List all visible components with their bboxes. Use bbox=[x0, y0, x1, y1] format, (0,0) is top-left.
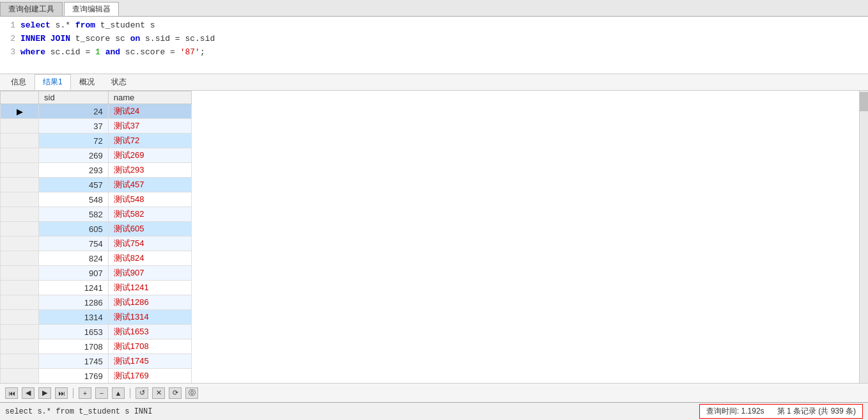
sql-content-2: INNER JOIN t_score sc on s.sid = sc.sid bbox=[20, 33, 215, 46]
table-row[interactable]: 1745测试1745 bbox=[1, 354, 192, 369]
cell-name: 测试1708 bbox=[108, 339, 191, 354]
table-row[interactable]: 72测试72 bbox=[1, 134, 192, 148]
btn-up[interactable]: ▲ bbox=[112, 387, 125, 399]
btn-zero[interactable]: ⓪ bbox=[185, 387, 198, 399]
btn-next[interactable]: ▶ bbox=[38, 387, 51, 399]
cell-sid: 24 bbox=[39, 104, 109, 119]
cell-name: 测试293 bbox=[108, 163, 191, 178]
table-row[interactable]: 548测试548 bbox=[1, 192, 192, 207]
btn-undo[interactable]: ↺ bbox=[136, 387, 148, 399]
row-indicator-cell bbox=[1, 266, 39, 281]
status-right-info: 查询时间: 1.192s 第 1 条记录 (共 939 条) bbox=[699, 404, 863, 419]
cell-sid: 1653 bbox=[39, 325, 109, 339]
row-indicator-cell bbox=[1, 222, 39, 237]
table-row[interactable]: 1314测试1314 bbox=[1, 310, 192, 325]
sql-line-3: 3 where sc.cid = 1 and sc.score = '87'; bbox=[5, 46, 863, 59]
table-row[interactable]: 824测试824 bbox=[1, 251, 192, 266]
row-indicator-cell bbox=[1, 134, 39, 148]
sql-line-2: 2 INNER JOIN t_score sc on s.sid = sc.si… bbox=[5, 33, 863, 46]
data-table-container[interactable]: sid name ▶24测试2437测试3772测试72269测试269293测… bbox=[0, 91, 868, 383]
row-indicator-header bbox=[1, 91, 39, 104]
data-table: sid name ▶24测试2437测试3772测试72269测试269293测… bbox=[0, 91, 192, 383]
cell-name: 测试907 bbox=[108, 266, 191, 281]
table-row[interactable]: 37测试37 bbox=[1, 119, 192, 134]
cell-name: 测试1745 bbox=[108, 354, 191, 369]
tab-info[interactable]: 信息 bbox=[3, 74, 35, 90]
row-indicator-cell bbox=[1, 339, 39, 354]
table-row[interactable]: 293测试293 bbox=[1, 163, 192, 178]
cell-sid: 457 bbox=[39, 178, 109, 192]
cell-sid: 907 bbox=[39, 266, 109, 281]
row-indicator-cell bbox=[1, 354, 39, 369]
line-num-2: 2 bbox=[5, 33, 15, 46]
sql-editor[interactable]: 1 select s.* from t_student s 2 INNER JO… bbox=[0, 17, 868, 74]
btn-add[interactable]: + bbox=[79, 387, 91, 399]
cell-sid: 605 bbox=[39, 222, 109, 237]
cell-sid: 1241 bbox=[39, 281, 109, 295]
cell-name: 测试1286 bbox=[108, 295, 191, 310]
table-row[interactable]: 1653测试1653 bbox=[1, 325, 192, 339]
table-row[interactable]: 907测试907 bbox=[1, 266, 192, 281]
row-indicator-cell bbox=[1, 237, 39, 251]
table-row[interactable]: 1708测试1708 bbox=[1, 339, 192, 354]
table-row[interactable]: 582测试582 bbox=[1, 207, 192, 222]
toolbar-sep-2 bbox=[130, 388, 130, 398]
cell-name: 测试37 bbox=[108, 119, 191, 134]
tab-overview[interactable]: 概况 bbox=[71, 74, 103, 90]
cell-name: 测试1769 bbox=[108, 369, 191, 384]
table-row[interactable]: 269测试269 bbox=[1, 148, 192, 163]
btn-refresh[interactable]: ⟳ bbox=[169, 387, 182, 399]
cell-sid: 293 bbox=[39, 163, 109, 178]
row-indicator-cell bbox=[1, 207, 39, 222]
cell-sid: 1314 bbox=[39, 310, 109, 325]
row-indicator-cell bbox=[1, 178, 39, 192]
scrollbar-track[interactable] bbox=[859, 91, 868, 383]
btn-first[interactable]: ⏮ bbox=[5, 387, 18, 399]
table-row[interactable]: 1241测试1241 bbox=[1, 281, 192, 295]
tab-query-editor[interactable]: 查询编辑器 bbox=[64, 2, 119, 16]
status-bar: select s.* from t_student s INNI 查询时间: 1… bbox=[0, 402, 868, 420]
bottom-toolbar: ⏮ ◀ ▶ ⏭ + − ▲ ↺ ✕ ⟳ ⓪ bbox=[0, 383, 868, 402]
tab-status[interactable]: 状态 bbox=[103, 74, 135, 90]
cell-name: 测试824 bbox=[108, 251, 191, 266]
sql-content-1: select s.* from t_student s bbox=[20, 19, 155, 33]
table-row[interactable]: 1769测试1769 bbox=[1, 369, 192, 384]
scrollbar-thumb[interactable] bbox=[860, 92, 868, 111]
table-row[interactable]: 1286测试1286 bbox=[1, 295, 192, 310]
btn-last[interactable]: ⏭ bbox=[55, 387, 68, 399]
table-row[interactable]: 457测试457 bbox=[1, 178, 192, 192]
row-indicator-cell bbox=[1, 295, 39, 310]
tab-result1[interactable]: 结果1 bbox=[35, 74, 71, 90]
col-header-name[interactable]: name bbox=[108, 91, 191, 104]
row-indicator-cell: ▶ bbox=[1, 104, 39, 119]
row-indicator-cell bbox=[1, 251, 39, 266]
table-row[interactable]: ▶24测试24 bbox=[1, 104, 192, 119]
cell-sid: 824 bbox=[39, 251, 109, 266]
cell-name: 测试72 bbox=[108, 134, 191, 148]
row-indicator-cell bbox=[1, 281, 39, 295]
row-indicator-cell bbox=[1, 163, 39, 178]
cell-sid: 582 bbox=[39, 207, 109, 222]
cell-name: 测试24 bbox=[108, 104, 191, 119]
cell-sid: 269 bbox=[39, 148, 109, 163]
cell-name: 测试582 bbox=[108, 207, 191, 222]
cell-sid: 1745 bbox=[39, 354, 109, 369]
tab-query-create[interactable]: 查询创建工具 bbox=[0, 2, 63, 16]
cell-name: 测试605 bbox=[108, 222, 191, 237]
col-header-sid[interactable]: sid bbox=[39, 91, 109, 104]
table-row[interactable]: 754测试754 bbox=[1, 237, 192, 251]
btn-remove[interactable]: − bbox=[95, 387, 108, 399]
line-num-3: 3 bbox=[5, 46, 15, 59]
line-num-1: 1 bbox=[5, 19, 15, 33]
cell-name: 测试457 bbox=[108, 178, 191, 192]
row-indicator-cell bbox=[1, 310, 39, 325]
btn-prev[interactable]: ◀ bbox=[22, 387, 35, 399]
row-indicator-cell bbox=[1, 119, 39, 134]
cell-name: 测试269 bbox=[108, 148, 191, 163]
cell-sid: 72 bbox=[39, 134, 109, 148]
cell-sid: 754 bbox=[39, 237, 109, 251]
query-time: 查询时间: 1.192s bbox=[706, 407, 764, 416]
btn-cancel[interactable]: ✕ bbox=[152, 387, 165, 399]
table-row[interactable]: 605测试605 bbox=[1, 222, 192, 237]
row-indicator-cell bbox=[1, 148, 39, 163]
